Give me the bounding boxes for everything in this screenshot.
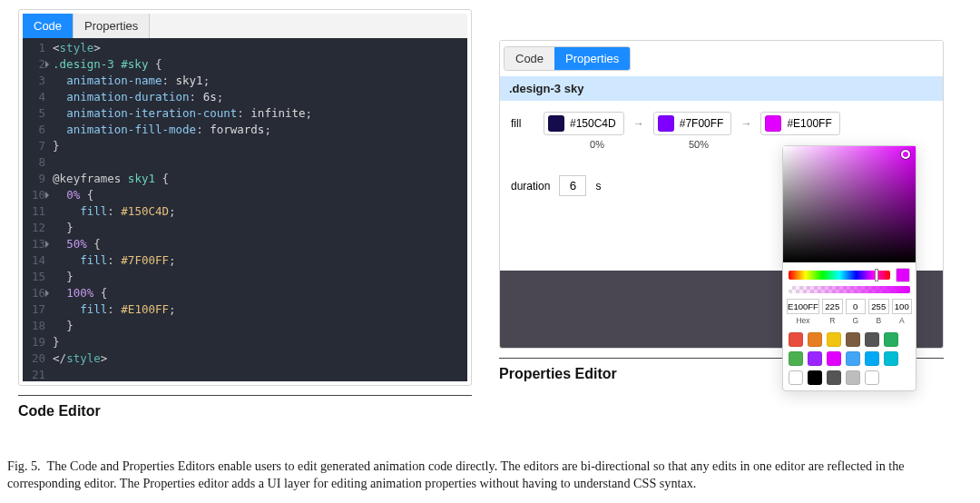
picker-g-input[interactable] bbox=[846, 299, 867, 314]
duration-label: duration bbox=[511, 180, 550, 192]
picker-g-label: G bbox=[852, 316, 858, 325]
fill-stop-1[interactable]: #7F00FF bbox=[653, 112, 732, 135]
picker-swatch[interactable] bbox=[827, 332, 841, 347]
arrow-icon: → bbox=[633, 117, 644, 130]
picker-current-swatch bbox=[896, 268, 910, 282]
tab-properties[interactable]: Properties bbox=[74, 14, 150, 38]
picker-hue-bar[interactable] bbox=[789, 271, 890, 280]
figure-number: Fig. 5. bbox=[7, 459, 41, 473]
duration-unit: s bbox=[595, 180, 601, 192]
picker-swatch[interactable] bbox=[827, 370, 841, 385]
fill-stop-0-pct: 0% bbox=[551, 139, 643, 150]
color-picker[interactable]: Hex R G B A bbox=[782, 145, 916, 391]
picker-saturation-value[interactable] bbox=[783, 146, 916, 262]
fill-stop-1-pct: 50% bbox=[652, 139, 745, 150]
picker-swatch[interactable] bbox=[827, 351, 841, 366]
code-editor-panel: Code Properties 123456789101112131415161… bbox=[18, 9, 472, 419]
picker-swatch[interactable] bbox=[884, 332, 898, 347]
swatch-icon bbox=[765, 115, 781, 132]
code-editor-body[interactable]: 123456789101112131415161718192021 <style… bbox=[23, 38, 467, 381]
tab-properties-2[interactable]: Properties bbox=[554, 47, 630, 70]
picker-hue-cursor[interactable] bbox=[875, 269, 878, 281]
picker-swatch[interactable] bbox=[846, 351, 860, 366]
code-editor-frame: Code Properties 123456789101112131415161… bbox=[18, 9, 472, 386]
code-lines[interactable]: <style>.design-3 #sky { animation-name: … bbox=[53, 40, 467, 380]
picker-swatch[interactable] bbox=[865, 351, 879, 366]
picker-swatch[interactable] bbox=[865, 370, 879, 385]
fill-stop-1-hex: #7F00FF bbox=[680, 117, 724, 130]
picker-swatch[interactable] bbox=[846, 370, 860, 385]
swatch-icon bbox=[658, 115, 674, 132]
picker-swatch[interactable] bbox=[865, 332, 879, 347]
tab-code[interactable]: Code bbox=[23, 14, 74, 38]
picker-a-input[interactable] bbox=[892, 299, 913, 314]
picker-sv-cursor[interactable] bbox=[901, 150, 910, 159]
picker-swatch[interactable] bbox=[808, 351, 822, 366]
picker-hex-input[interactable] bbox=[787, 299, 819, 314]
picker-swatch[interactable] bbox=[789, 332, 803, 347]
arrow-icon: → bbox=[740, 117, 751, 130]
properties-editor-panel: Code Properties .design-3 sky fill #150C… bbox=[499, 9, 944, 382]
fill-stop-0-hex: #150C4D bbox=[570, 117, 616, 130]
fill-stop-2-hex: #E100FF bbox=[787, 117, 831, 130]
fill-stop-0[interactable]: #150C4D bbox=[544, 112, 624, 135]
fill-row: fill #150C4D → #7F00FF → #E100FF bbox=[511, 112, 932, 135]
swatch-icon bbox=[548, 115, 564, 132]
code-editor-tabs: Code Properties bbox=[23, 14, 467, 38]
fill-label: fill bbox=[511, 117, 534, 130]
tab-code-2[interactable]: Code bbox=[505, 47, 554, 70]
fill-stop-2[interactable]: #E100FF bbox=[760, 112, 839, 135]
picker-a-label: A bbox=[899, 316, 905, 325]
picker-r-input[interactable] bbox=[822, 299, 843, 314]
picker-hex-label: Hex bbox=[796, 316, 809, 325]
picker-values: Hex R G B A bbox=[783, 297, 916, 327]
picker-r-label: R bbox=[829, 316, 835, 325]
picker-swatch[interactable] bbox=[808, 370, 822, 385]
picker-b-input[interactable] bbox=[868, 299, 889, 314]
picker-swatch-grid bbox=[783, 327, 916, 390]
duration-input[interactable] bbox=[559, 175, 586, 196]
figure-caption: Fig. 5. The Code and Properties Editors … bbox=[7, 458, 962, 492]
picker-swatch[interactable] bbox=[884, 351, 898, 366]
picker-swatch[interactable] bbox=[789, 351, 803, 366]
divider bbox=[18, 395, 472, 396]
properties-editor-tabs: Code Properties bbox=[504, 46, 631, 71]
picker-swatch[interactable] bbox=[846, 332, 860, 347]
picker-swatch[interactable] bbox=[808, 332, 822, 347]
code-editor-label: Code Editor bbox=[18, 403, 472, 419]
picker-alpha-bar[interactable] bbox=[789, 286, 910, 293]
picker-swatch[interactable] bbox=[789, 370, 803, 385]
selector-bar[interactable]: .design-3 sky bbox=[500, 76, 943, 101]
picker-b-label: B bbox=[876, 316, 881, 325]
code-gutter: 123456789101112131415161718192021 bbox=[23, 40, 53, 380]
figure-text: The Code and Properties Editors enable u… bbox=[7, 459, 905, 490]
